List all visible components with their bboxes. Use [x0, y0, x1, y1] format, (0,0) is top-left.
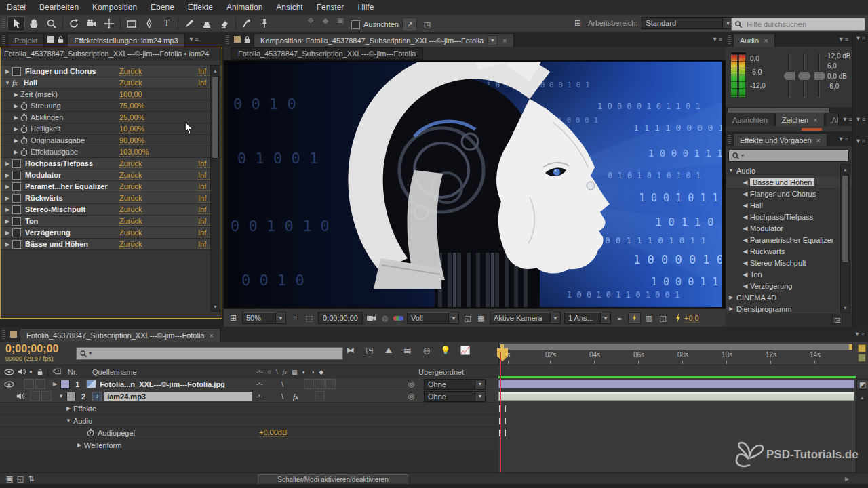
quality-col-icon[interactable]: [276, 369, 278, 375]
scroll-right-icon[interactable]: [845, 476, 849, 482]
expand-icon[interactable]: [12, 115, 20, 121]
fx-col-icon[interactable]: fx: [282, 369, 287, 375]
effect-reset-link[interactable]: Zurück: [119, 194, 142, 203]
playhead-line[interactable]: [500, 352, 501, 473]
effect-enable-checkbox[interactable]: [12, 159, 21, 168]
column-source[interactable]: Quellenname: [92, 368, 136, 376]
threed-col-icon[interactable]: [319, 369, 323, 375]
property-row-audiopegel[interactable]: Audiopegel +0,00dB: [0, 427, 498, 439]
menu-bearbeiten[interactable]: Bearbeiten: [33, 3, 85, 12]
audio-level-value[interactable]: +0,00dB: [259, 428, 287, 437]
marquee-icon[interactable]: [304, 314, 315, 323]
tab-dropdown-icon[interactable]: [487, 35, 498, 45]
lock-box[interactable]: [35, 379, 45, 389]
frame-blend-col-icon[interactable]: [268, 369, 271, 375]
stopwatch-icon[interactable]: [20, 136, 28, 145]
expand-icon[interactable]: [12, 103, 20, 109]
panel-menu-icon[interactable]: [835, 136, 852, 142]
preset-item[interactable]: Hochpass/Tiefpass: [726, 211, 852, 222]
param-row[interactable]: Effektausgabe 103,00%: [1, 146, 222, 158]
param-row[interactable]: Zeit (msek) 100,00: [1, 89, 222, 100]
parent-select[interactable]: Ohne: [424, 379, 486, 390]
expand-icon[interactable]: [12, 92, 20, 98]
expand-icon[interactable]: [3, 184, 12, 190]
stopwatch-icon[interactable]: [87, 428, 94, 437]
panel-gripper[interactable]: [728, 35, 731, 44]
comp-marker-bin[interactable]: [858, 344, 866, 352]
region-of-interest-icon[interactable]: [228, 313, 239, 323]
effect-row[interactable]: Stereo-Mischpult Zurück Inf: [1, 204, 222, 216]
param-value[interactable]: 100,00: [119, 90, 142, 99]
switch-modes-button[interactable]: Schalter/Modi aktivieren/deaktivieren: [258, 474, 408, 485]
effect-row[interactable]: Bässe und Höhen Zurück Inf: [1, 239, 222, 250]
eye-icon[interactable]: [4, 381, 14, 388]
eye-column-icon[interactable]: [4, 369, 14, 375]
camera-select[interactable]: Aktive Kamera: [490, 312, 561, 324]
effect-enable-checkbox[interactable]: [12, 171, 21, 180]
chevron-down-icon[interactable]: [275, 312, 285, 323]
effect-reset-link[interactable]: Zurück: [119, 79, 142, 87]
audio-column-icon[interactable]: [17, 368, 26, 375]
collapse-icon[interactable]: [56, 393, 66, 399]
label-color-chip[interactable]: [66, 392, 76, 401]
preset-group-cinema4d[interactable]: CINEMA 4D: [726, 291, 852, 303]
panel-gripper[interactable]: [2, 330, 5, 339]
parent-pickwhip-icon[interactable]: [408, 392, 415, 401]
tab-effekteinstellungen[interactable]: Effekteinstellungen: iam24.mp3: [67, 33, 184, 47]
switch-box[interactable]: [315, 379, 325, 389]
lock-column-icon[interactable]: [37, 368, 43, 376]
close-icon[interactable]: ×: [816, 136, 821, 144]
mask-shape-tool[interactable]: [123, 16, 140, 31]
effect-reset-link[interactable]: Zurück: [119, 217, 142, 226]
menu-komposition[interactable]: Komposition: [85, 3, 144, 12]
time-ruler[interactable]: 0s 02s 04s 06s 08s 10s 12s 14s: [498, 342, 856, 365]
param-value[interactable]: 103,00%: [119, 148, 149, 157]
magnification-select[interactable]: 50%: [242, 312, 286, 324]
flowchart-icon[interactable]: [644, 314, 654, 323]
snap-arrow-icon[interactable]: [402, 18, 417, 31]
preset-item[interactable]: Modulator: [726, 222, 852, 234]
param-value[interactable]: 10,00%: [119, 125, 144, 134]
parent-select[interactable]: Ohne: [424, 391, 486, 402]
tab-timeline-comp[interactable]: Fotolia_45378847_Subscription_XXL---©-ji…: [20, 328, 220, 342]
preset-group-audio[interactable]: Audio: [726, 165, 852, 176]
expand-icon[interactable]: [12, 126, 20, 132]
chevron-down-icon[interactable]: [448, 312, 458, 323]
menu-ebene[interactable]: Ebene: [144, 3, 181, 12]
panel-menu-icon[interactable]: [835, 36, 852, 43]
snap-checkbox[interactable]: [351, 20, 360, 29]
effect-enable-checkbox[interactable]: [12, 182, 21, 191]
switch-box[interactable]: [315, 391, 325, 401]
chevron-down-icon[interactable]: [600, 312, 610, 323]
effect-row[interactable]: Hochpass/Tiefpass Zurück Inf: [1, 158, 222, 169]
effect-row[interactable]: Flanger und Chorus Zurück Inf: [1, 66, 222, 77]
expand-icon[interactable]: [3, 195, 12, 201]
pen-tool[interactable]: [140, 16, 158, 31]
switch-box[interactable]: [326, 379, 336, 389]
expand-icon[interactable]: [3, 241, 12, 247]
solo-box[interactable]: [24, 379, 34, 389]
expand-switches-icon[interactable]: [4, 474, 15, 483]
fx-switch[interactable]: fx: [293, 392, 298, 401]
effect-reset-link[interactable]: Zurück: [119, 67, 142, 76]
collapse-icon[interactable]: [64, 418, 73, 424]
presets-scrollbar[interactable]: [840, 164, 850, 313]
speaker-icon[interactable]: [16, 392, 25, 400]
expand-icon[interactable]: [3, 230, 12, 236]
solo-box[interactable]: [30, 391, 40, 401]
expand-icon[interactable]: [12, 149, 20, 155]
timeline-button-icon[interactable]: [614, 314, 625, 322]
composition-viewer[interactable]: 0 0 1 0 0 1 0 0 1 0 0 1 0 1 0 0 0 1 0 0 …: [224, 60, 726, 308]
collapse-icon[interactable]: [3, 80, 12, 86]
switch-box[interactable]: [304, 379, 314, 389]
preset-group-dienstprogramm[interactable]: Dienstprogramm: [726, 303, 852, 314]
param-row[interactable]: Originalausgabe 90,00%: [1, 135, 222, 146]
transparency-grid-icon[interactable]: [476, 314, 486, 323]
snap-region-icon[interactable]: [420, 20, 434, 29]
comp-flowchart-icon[interactable]: [344, 346, 357, 355]
effect-reset-link[interactable]: Zurück: [119, 240, 142, 249]
expand-icon[interactable]: [12, 138, 20, 144]
effect-enable-checkbox[interactable]: [12, 228, 21, 237]
expand-icon[interactable]: [3, 207, 12, 213]
draft-3d-icon[interactable]: [363, 346, 376, 355]
